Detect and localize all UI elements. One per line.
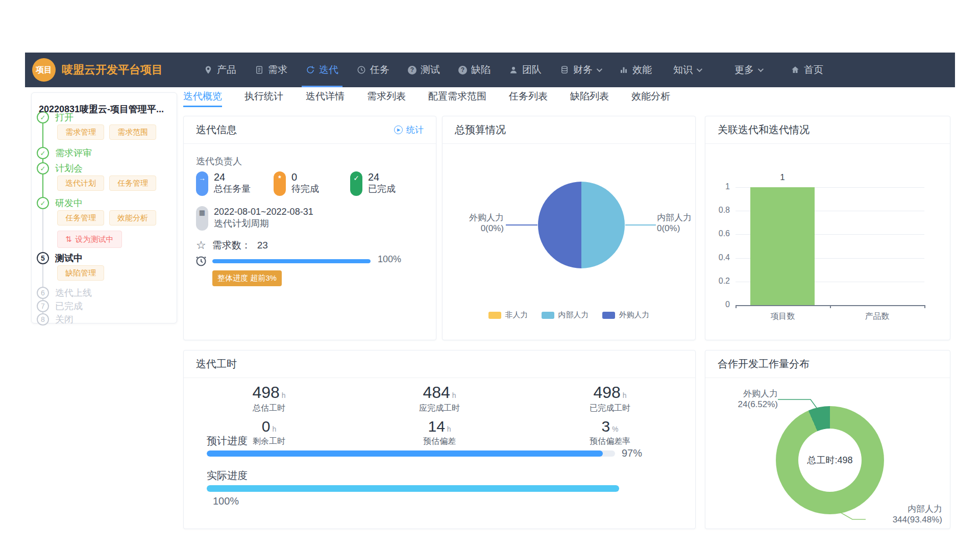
statistics-link[interactable]: ▶ 统计 (394, 124, 424, 136)
period-row: ▦ 2022-08-01~2022-08-31 迭代计划周期 (196, 206, 313, 231)
planned-progress-label: 预计进度 (207, 434, 248, 448)
tab-performance[interactable]: 效能分析 (631, 90, 670, 106)
nav-item-more[interactable]: 更多 (725, 53, 771, 87)
step-connector-done (42, 117, 43, 202)
card-title: 合作开发工作量分布 (718, 357, 810, 371)
stat-total-tasks: → 24 总任务量 (196, 171, 251, 196)
x-label: 项目数 (736, 311, 830, 322)
planned-progress-text: 97% (622, 447, 642, 459)
actual-progress-text: 100% (213, 495, 239, 507)
person-icon (509, 65, 518, 74)
check-circle-icon: ✓ (37, 162, 49, 174)
workload-distribution-card: 合作开发工作量分布 总工时:498 外购人力 24(6.52%) 内部人力 34… (705, 350, 950, 529)
chevron-down-icon (597, 66, 602, 72)
nav-label: 财务 (573, 63, 593, 77)
actual-progress-track (207, 485, 619, 492)
main-nav: 产品 需求 迭代 任务 ? 测试 ? 缺陷 团队 财务 (194, 53, 832, 87)
demand-row: ☆ 需求数： 23 (196, 239, 268, 252)
pie-label-internal: 内部人力 0(0%) (657, 212, 708, 234)
cycle-icon (306, 65, 315, 74)
step-planning-actions: 迭代计划 任务管理 (57, 176, 156, 191)
nav-item-requirements[interactable]: 需求 (246, 53, 297, 87)
stat-value: 0 (291, 171, 319, 183)
pin-icon (204, 65, 213, 74)
nav-label: 任务 (370, 63, 389, 77)
sidebar-project-title[interactable]: 20220831唛盟云-项目管理平... (39, 103, 173, 115)
card-title: 迭代工时 (196, 357, 237, 371)
bar-value-label: 1 (750, 172, 815, 183)
nav-item-finance[interactable]: 财务 (551, 53, 610, 87)
requirement-manage-button[interactable]: 需求管理 (57, 124, 104, 140)
legend-item[interactable]: 非人力 (488, 310, 528, 320)
y-tick: 0.2 (707, 277, 730, 286)
defect-manage-button[interactable]: 缺陷管理 (57, 265, 104, 281)
card-title: 关联迭代和迭代情况 (718, 123, 810, 137)
budget-card: 总预算情况 外购人力 0(0%) 内部人力 0(0%) 非人力 内部人力 外购人… (442, 116, 696, 340)
tab-detail[interactable]: 迭代详情 (306, 90, 345, 106)
task-manage-button[interactable]: 任务管理 (57, 210, 104, 226)
tab-scope-config[interactable]: 配置需求范围 (428, 90, 486, 106)
step-developing-transition: ⇅ 设为测试中 (57, 231, 122, 248)
project-title: 唛盟云开发平台项目 (62, 62, 163, 78)
tab-exec-stats[interactable]: 执行统计 (244, 90, 283, 106)
tab-overview[interactable]: 迭代概览 (183, 90, 222, 106)
step-testing-actions: 缺陷管理 (57, 265, 104, 281)
project-logo: 项目 (32, 58, 56, 82)
set-testing-label: 设为测试中 (76, 235, 114, 244)
legend-item[interactable]: 外购人力 (602, 310, 650, 320)
set-testing-button[interactable]: ⇅ 设为测试中 (57, 231, 122, 248)
performance-analysis-button[interactable]: 效能分析 (109, 210, 156, 226)
actual-progress-fill (207, 485, 619, 492)
nav-item-test[interactable]: ? 测试 (399, 53, 449, 87)
task-manage-button[interactable]: 任务管理 (109, 176, 156, 191)
nav-label: 产品 (217, 63, 236, 77)
tab-defect-list[interactable]: 缺陷列表 (570, 90, 609, 106)
nav-item-performance[interactable]: 效能 (610, 53, 661, 87)
y-tick: 0.8 (707, 206, 730, 215)
stat-label: 已完成 (368, 183, 396, 195)
step-number-circle: 7 (37, 300, 49, 312)
hours-stats-row: 498 h 总估工时 0 h 剩余工时 484 h 应完成工时 14 h 预估偏… (184, 383, 695, 447)
nav-label: 知识 (673, 63, 693, 77)
demand-label: 需求数： (212, 239, 251, 252)
y-tick: 1 (707, 182, 730, 191)
nav-item-knowledge[interactable]: 知识 (664, 53, 710, 87)
chevron-down-icon (697, 66, 702, 72)
arrow-pill-icon: → (196, 171, 208, 196)
requirement-scope-button[interactable]: 需求范围 (109, 124, 156, 140)
stat-label: 待完成 (291, 183, 319, 195)
nav-item-team[interactable]: 团队 (500, 53, 551, 87)
nav-label: 迭代 (319, 63, 338, 77)
project-logo-text: 项目 (36, 65, 52, 76)
nav-label: 需求 (268, 63, 287, 77)
iteration-plan-button[interactable]: 迭代计划 (57, 176, 104, 191)
step-label: 迭代上线 (55, 287, 92, 299)
tab-requirement-list[interactable]: 需求列表 (367, 90, 406, 106)
nav-item-tasks[interactable]: 任务 (348, 53, 399, 87)
nav-label: 首页 (804, 63, 823, 77)
step-planning: ✓ 计划会 (37, 162, 173, 174)
legend-swatch (602, 312, 615, 319)
barchart-icon (619, 65, 628, 74)
tab-task-list[interactable]: 任务列表 (509, 90, 548, 106)
workload-donut[interactable]: 总工时:498 (776, 406, 884, 514)
step-label: 研发中 (55, 197, 83, 209)
legend-swatch (542, 312, 554, 319)
budget-legend: 非人力 内部人力 外购人力 (443, 310, 695, 320)
hours-stat-col: 484 h 应完成工时 14 h 预估偏差 (354, 383, 525, 447)
nav-item-iteration[interactable]: 迭代 (297, 53, 348, 87)
nav-item-home[interactable]: 首页 (781, 53, 832, 87)
nav-item-product[interactable]: 产品 (194, 53, 246, 87)
stat-pending: * 0 待完成 (274, 171, 319, 196)
document-icon (255, 65, 264, 74)
budget-pie[interactable] (538, 182, 625, 268)
card-title: 迭代信息 (196, 123, 237, 137)
period-label: 迭代计划周期 (214, 217, 313, 230)
step-label: 计划会 (55, 162, 83, 174)
legend-item[interactable]: 内部人力 (542, 310, 589, 320)
home-icon (791, 65, 800, 74)
nav-item-defects[interactable]: ? 缺陷 (449, 53, 500, 87)
overall-progress-text: 100% (378, 254, 401, 265)
pie-label-outsourced: 外购人力 0(0%) (451, 212, 504, 234)
bar-0[interactable] (750, 187, 815, 305)
